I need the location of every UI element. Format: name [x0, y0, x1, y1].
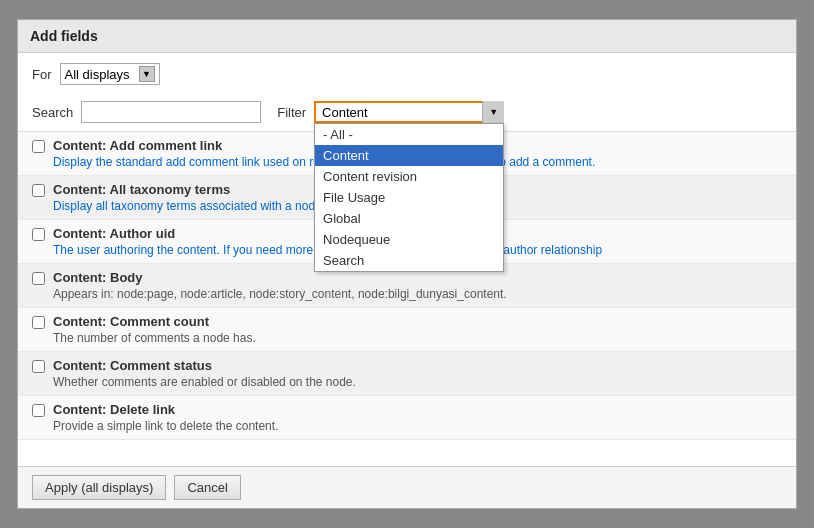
apply-button[interactable]: Apply (all displays) — [32, 475, 166, 500]
cancel-button[interactable]: Cancel — [174, 475, 240, 500]
search-filter-row: Search Filter ▼ - All - Content Content … — [18, 95, 796, 131]
field-desc: Provide a simple link to delete the cont… — [53, 419, 782, 433]
dropdown-item-content[interactable]: Content — [315, 145, 503, 166]
dropdown-item-all[interactable]: - All - — [315, 124, 503, 145]
author-link[interactable]: author — [503, 243, 537, 257]
field-name: Content: Delete link — [53, 402, 782, 417]
dialog-body: For All displays ▼ Search Filter ▼ - All… — [18, 53, 796, 466]
field-checkbox-body[interactable] — [32, 272, 45, 285]
for-select[interactable]: All displays ▼ — [60, 63, 160, 85]
search-label: Search — [32, 105, 73, 120]
field-checkbox-comment-status[interactable] — [32, 360, 45, 373]
for-select-value: All displays — [65, 67, 139, 82]
dialog-footer: Apply (all displays) Cancel — [18, 466, 796, 508]
dialog-title: Add fields — [18, 20, 796, 53]
field-desc: Appears in: node:page, node:article, nod… — [53, 287, 782, 301]
field-name: Content: Comment status — [53, 358, 782, 373]
field-content: Content: Body Appears in: node:page, nod… — [53, 270, 782, 301]
filter-label: Filter — [277, 105, 306, 120]
field-content: Content: Comment status Whether comments… — [53, 358, 782, 389]
dropdown-item-nodequeue[interactable]: Nodequeue — [315, 229, 503, 250]
for-select-arrow-icon: ▼ — [139, 66, 155, 82]
field-desc: Whether comments are enabled or disabled… — [53, 375, 782, 389]
field-checkbox-add-comment-link[interactable] — [32, 140, 45, 153]
add-fields-dialog: Add fields For All displays ▼ Search Fil… — [17, 19, 797, 509]
field-desc: The number of comments a node has. — [53, 331, 782, 345]
field-name: Content: Body — [53, 270, 782, 285]
for-label: For — [32, 67, 52, 82]
filter-dropdown-menu: - All - Content Content revision File Us… — [314, 123, 504, 272]
dialog-overlay: Add fields For All displays ▼ Search Fil… — [0, 0, 814, 528]
filter-select-wrapper: ▼ - All - Content Content revision File … — [314, 101, 504, 123]
search-input[interactable] — [81, 101, 261, 123]
table-row: Content: Comment count The number of com… — [18, 308, 796, 352]
field-name: Content: Comment count — [53, 314, 782, 329]
field-checkbox-delete-link[interactable] — [32, 404, 45, 417]
dropdown-item-search[interactable]: Search — [315, 250, 503, 271]
field-checkbox-comment-count[interactable] — [32, 316, 45, 329]
field-checkbox-all-taxonomy[interactable] — [32, 184, 45, 197]
for-row: For All displays ▼ — [18, 53, 796, 95]
table-row: Content: Delete link Provide a simple li… — [18, 396, 796, 440]
dropdown-item-global[interactable]: Global — [315, 208, 503, 229]
table-row: Content: Comment status Whether comments… — [18, 352, 796, 396]
filter-input[interactable] — [314, 101, 504, 123]
field-checkbox-author-uid[interactable] — [32, 228, 45, 241]
dropdown-item-content-revision[interactable]: Content revision — [315, 166, 503, 187]
field-content: Content: Delete link Provide a simple li… — [53, 402, 782, 433]
dropdown-item-file-usage[interactable]: File Usage — [315, 187, 503, 208]
field-content: Content: Comment count The number of com… — [53, 314, 782, 345]
